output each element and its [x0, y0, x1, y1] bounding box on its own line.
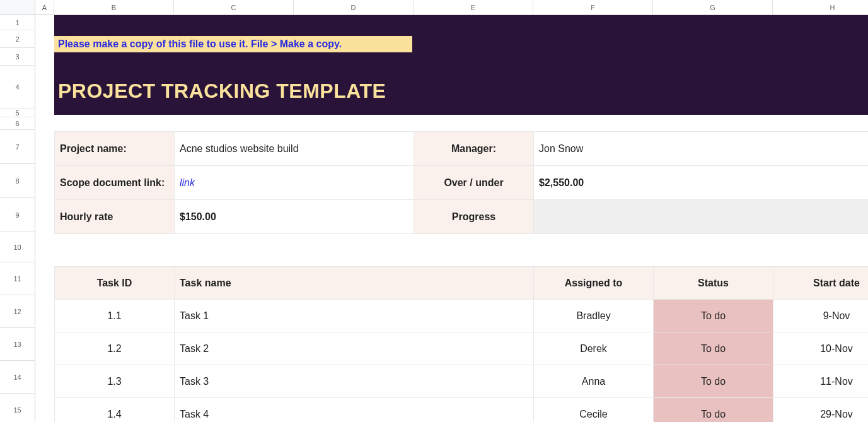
- scope-link[interactable]: link: [175, 166, 414, 200]
- row-header-6[interactable]: 6: [0, 117, 35, 130]
- row-header-1[interactable]: 1: [0, 15, 35, 30]
- task-start-2[interactable]: 11-Nov: [773, 365, 868, 398]
- over-under-value[interactable]: $2,550.00: [534, 166, 868, 200]
- th-status[interactable]: Status: [654, 267, 773, 300]
- row-header-11[interactable]: 11: [0, 262, 35, 295]
- task-status-2[interactable]: To do: [654, 365, 773, 398]
- select-all-corner[interactable]: [0, 0, 35, 15]
- task-status-0[interactable]: To do: [654, 300, 773, 332]
- task-status-1[interactable]: To do: [654, 332, 773, 365]
- th-assigned[interactable]: Assigned to: [534, 267, 654, 300]
- th-start[interactable]: Start date: [773, 267, 868, 300]
- scope-label: Scope document link:: [55, 166, 175, 200]
- manager-value[interactable]: Jon Snow: [534, 132, 868, 166]
- row-header-2[interactable]: 2: [0, 30, 35, 48]
- row-header-4[interactable]: 4: [0, 66, 35, 108]
- over-under-label: Over / under: [414, 166, 534, 200]
- row-headers: 123456789101112131415: [0, 15, 35, 422]
- project-name-value[interactable]: Acne studios website build: [175, 132, 414, 166]
- task-name-0[interactable]: Task 1: [175, 300, 534, 332]
- task-start-1[interactable]: 10-Nov: [773, 332, 868, 365]
- col-a-gutter: [35, 15, 54, 422]
- row-header-14[interactable]: 14: [0, 361, 35, 394]
- th-task-id[interactable]: Task ID: [55, 267, 175, 300]
- manager-label: Manager:: [414, 132, 534, 166]
- project-meta-grid: Project name: Acne studios website build…: [54, 131, 868, 234]
- project-name-label: Project name:: [55, 132, 175, 166]
- task-name-3[interactable]: Task 4: [175, 398, 534, 422]
- tasks-table: Task ID Task name Assigned to Status Sta…: [54, 266, 868, 422]
- task-start-3[interactable]: 29-Nov: [773, 398, 868, 422]
- hourly-label: Hourly rate: [55, 200, 175, 234]
- row-header-10[interactable]: 10: [0, 232, 35, 262]
- hourly-value[interactable]: $150.00: [175, 200, 414, 234]
- col-header-G[interactable]: G: [653, 0, 773, 15]
- copy-notice[interactable]: Please make a copy of this file to use i…: [54, 36, 412, 52]
- task-id-1[interactable]: 1.2: [55, 332, 175, 365]
- col-header-B[interactable]: B: [54, 0, 174, 15]
- task-name-2[interactable]: Task 3: [175, 365, 534, 398]
- task-id-2[interactable]: 1.3: [55, 365, 175, 398]
- row-header-13[interactable]: 13: [0, 328, 35, 361]
- column-headers: A B C D E F G H: [0, 0, 868, 15]
- col-header-C[interactable]: C: [174, 0, 294, 15]
- task-id-3[interactable]: 1.4: [55, 398, 175, 422]
- task-status-3[interactable]: To do: [654, 398, 773, 422]
- row-header-8[interactable]: 8: [0, 164, 35, 198]
- row-header-5[interactable]: 5: [0, 108, 35, 117]
- row-header-15[interactable]: 15: [0, 394, 35, 422]
- progress-label: Progress: [414, 200, 534, 234]
- task-start-0[interactable]: 9-Nov: [773, 300, 868, 332]
- col-header-F[interactable]: F: [533, 0, 653, 15]
- task-assigned-0[interactable]: Bradley: [534, 300, 654, 332]
- task-name-1[interactable]: Task 2: [175, 332, 534, 365]
- col-header-H[interactable]: H: [773, 0, 868, 15]
- row-header-7[interactable]: 7: [0, 130, 35, 164]
- col-header-D[interactable]: D: [294, 0, 414, 15]
- col-header-E[interactable]: E: [414, 0, 533, 15]
- task-assigned-2[interactable]: Anna: [534, 365, 654, 398]
- row-header-3[interactable]: 3: [0, 48, 35, 66]
- th-task-name[interactable]: Task name: [175, 267, 534, 300]
- task-id-0[interactable]: 1.1: [55, 300, 175, 332]
- row-header-12[interactable]: 12: [0, 295, 35, 328]
- page-title: PROJECT TRACKING TEMPLATE: [58, 79, 386, 103]
- progress-value[interactable]: [534, 200, 868, 234]
- col-header-A[interactable]: A: [35, 0, 54, 15]
- task-assigned-1[interactable]: Derek: [534, 332, 654, 365]
- task-assigned-3[interactable]: Cecile: [534, 398, 654, 422]
- row-header-9[interactable]: 9: [0, 198, 35, 232]
